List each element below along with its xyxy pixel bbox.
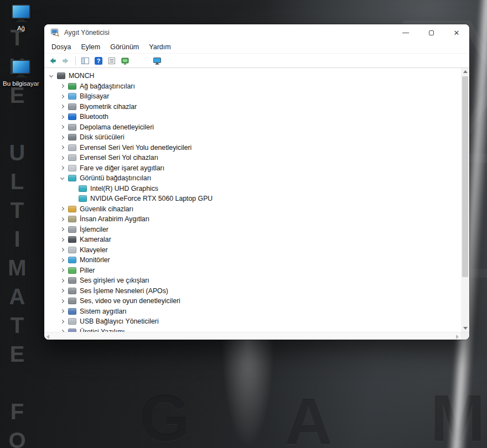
audio-apo-icon bbox=[68, 288, 76, 294]
chevron-down-icon[interactable] bbox=[46, 71, 56, 81]
tree-item-fare-ve-di-er-i-aret-ayg-tlar[interactable]: Fare ve diğer işaret aygıtları bbox=[44, 163, 461, 174]
scroll-down-icon[interactable] bbox=[463, 327, 468, 330]
chevron-down-icon[interactable] bbox=[58, 174, 67, 183]
tree-item-biyometrik-cihazlar[interactable]: Biyometrik cihazlar bbox=[44, 102, 461, 112]
chevron-right-icon[interactable] bbox=[58, 327, 67, 332]
show-console-tree-button[interactable] bbox=[80, 56, 90, 66]
tree-item-ses-video-ve-oyun-denetleyicileri[interactable]: Ses, video ve oyun denetleyicileri bbox=[44, 296, 461, 306]
chevron-right-icon[interactable] bbox=[58, 235, 67, 244]
export-list-button[interactable] bbox=[107, 56, 117, 66]
menu-yard-m[interactable]: Yardım bbox=[144, 41, 175, 53]
tree-item-i-lemciler[interactable]: İşlemciler bbox=[44, 225, 461, 235]
menu-dosya[interactable]: Dosya bbox=[46, 41, 76, 53]
menu-eylem[interactable]: Eylem bbox=[76, 41, 105, 53]
scrollbar-thumb[interactable] bbox=[462, 76, 468, 277]
processor-icon bbox=[68, 226, 76, 233]
chevron-right-icon[interactable] bbox=[58, 163, 67, 173]
storage-controller-icon bbox=[68, 124, 76, 131]
menu-bar: DosyaEylemGörünümYardım bbox=[44, 41, 469, 54]
close-button[interactable]: ✕ bbox=[444, 24, 469, 41]
computer-icon bbox=[68, 93, 76, 100]
camera-icon bbox=[68, 236, 76, 243]
chevron-right-icon[interactable] bbox=[58, 102, 67, 111]
chevron-right-icon[interactable] bbox=[58, 153, 67, 163]
chevron-right-icon[interactable] bbox=[58, 306, 67, 316]
tree-item-label: Evrensel Seri Veri Yolu denetleyicileri bbox=[80, 144, 191, 152]
chevron-right-icon[interactable] bbox=[58, 122, 67, 132]
tree-item-kameralar[interactable]: Kameralar bbox=[44, 235, 461, 245]
toolbar-separator bbox=[75, 56, 76, 65]
tree-item-sistem-ayg-tlar[interactable]: Sistem aygıtları bbox=[44, 306, 461, 317]
desktop-icon-network[interactable]: Ağ bbox=[2, 4, 40, 32]
tree-item-g-venlik-cihazlar[interactable]: Güvenlik cihazları bbox=[44, 204, 461, 215]
tree-item-nvidia-geforce-rtx-5060-laptop-gpu[interactable]: NVIDIA GeForce RTX 5060 Laptop GPU bbox=[44, 194, 461, 204]
back-button[interactable] bbox=[48, 56, 58, 66]
wallpaper-center-streak bbox=[221, 338, 274, 448]
tree-item-label: Depolama denetleyicileri bbox=[80, 123, 154, 131]
scroll-right-icon[interactable] bbox=[456, 335, 459, 339]
tree-item-label: USB Bağlayıcı Yöneticileri bbox=[80, 317, 159, 325]
tree-item-bluetooth[interactable]: Bluetooth bbox=[44, 112, 461, 122]
device-manager-window: Aygıt Yöneticisi — ✕ DosyaEylemGörünümYa… bbox=[44, 24, 469, 340]
display-adapter-icon bbox=[68, 175, 76, 181]
tree-item-monch[interactable]: MONCH bbox=[44, 71, 461, 81]
tree-item-a-ba-da-t-r-c-lar[interactable]: Ağ bağdaştırıcıları bbox=[44, 81, 461, 92]
chevron-right-icon[interactable] bbox=[58, 245, 67, 254]
tree-item-usb-ba-lay-c-y-neticileri[interactable]: USB Bağlayıcı Yöneticileri bbox=[44, 316, 461, 327]
computer-view-button[interactable] bbox=[152, 56, 162, 66]
chevron-right-icon[interactable] bbox=[58, 296, 67, 306]
tree-item-label: Intel(R) UHD Graphics bbox=[90, 185, 158, 192]
horizontal-scrollbar[interactable] bbox=[44, 332, 461, 340]
svg-text:?: ? bbox=[97, 58, 101, 64]
chevron-right-icon[interactable] bbox=[58, 112, 67, 122]
chevron-right-icon[interactable] bbox=[58, 204, 67, 213]
maximize-button[interactable] bbox=[418, 24, 444, 41]
chevron-right-icon[interactable] bbox=[58, 286, 67, 295]
tree-item-piller[interactable]: Piller bbox=[44, 265, 461, 276]
tree-item-label: Sistem aygıtları bbox=[80, 308, 127, 315]
tree-item-label: İnsan Arabirim Aygıtları bbox=[80, 215, 149, 223]
tree-item-label: Bilgisayar bbox=[80, 92, 109, 100]
scroll-left-icon[interactable] bbox=[46, 335, 49, 339]
tree-item-ses-i-leme-nesneleri-apos[interactable]: Ses İşleme Nesneleri (APOs) bbox=[44, 286, 461, 296]
tree-item-disk-s-r-c-leri[interactable]: Disk sürücüleri bbox=[44, 132, 461, 143]
chevron-right-icon[interactable] bbox=[58, 225, 67, 234]
vertical-scrollbar[interactable] bbox=[461, 68, 469, 332]
tree-item-i-nsan-arabirim-ayg-tlar[interactable]: İnsan Arabirim Aygıtları bbox=[44, 214, 461, 225]
keyboard-icon bbox=[68, 247, 76, 253]
tree-item-evrensel-seri-veri-yolu-denetleyicileri[interactable]: Evrensel Seri Veri Yolu denetleyicileri bbox=[44, 143, 461, 153]
help-button[interactable]: ? bbox=[94, 56, 103, 66]
tree-item-retici-yaz-l-m[interactable]: Üretici Yazılımı bbox=[44, 327, 461, 332]
tree-item-intel-r-uhd-graphics[interactable]: Intel(R) UHD Graphics bbox=[44, 184, 461, 194]
biometric-device-icon bbox=[68, 103, 76, 110]
tree-item-depolama-denetleyicileri[interactable]: Depolama denetleyicileri bbox=[44, 122, 461, 133]
chevron-right-icon[interactable] bbox=[58, 143, 67, 152]
chevron-right-icon[interactable] bbox=[58, 133, 67, 142]
tree-item-label: Kameralar bbox=[80, 236, 111, 243]
tree-item-monit-rler[interactable]: Monitörler bbox=[44, 255, 461, 265]
chevron-right-icon[interactable] bbox=[58, 265, 67, 275]
chevron-right-icon[interactable] bbox=[58, 215, 67, 224]
chevron-right-icon[interactable] bbox=[58, 81, 67, 91]
chevron-right-icon[interactable] bbox=[58, 276, 67, 285]
menu-g-r-n-m[interactable]: Görünüm bbox=[105, 41, 144, 53]
chevron-right-icon[interactable] bbox=[58, 317, 67, 326]
this-pc-icon bbox=[1, 60, 42, 77]
forward-button[interactable] bbox=[61, 56, 71, 66]
tree-item-label: Görüntü bağdaştırıcıları bbox=[80, 174, 151, 182]
minimize-button[interactable]: — bbox=[393, 24, 418, 41]
tree-item-evrensel-seri-yol-cihazlar[interactable]: Evrensel Seri Yol cihazları bbox=[44, 153, 461, 163]
chevron-right-icon[interactable] bbox=[58, 92, 67, 101]
tree-item-g-r-nt-ba-da-t-r-c-lar[interactable]: Görüntü bağdaştırıcıları bbox=[44, 173, 461, 184]
scroll-up-icon[interactable] bbox=[463, 70, 468, 73]
chevron-right-icon[interactable] bbox=[58, 256, 67, 265]
tree-item-bilgisayar[interactable]: Bilgisayar bbox=[44, 91, 461, 102]
wallpaper-letter-g: G bbox=[139, 381, 190, 448]
scan-hardware-changes-button[interactable] bbox=[120, 56, 130, 66]
tree-item-label: Piller bbox=[80, 267, 95, 274]
desktop-icon-label: Bu bilgisayar bbox=[1, 80, 42, 87]
tree-item-ses-giri-leri-ve-k-lar[interactable]: Ses girişleri ve çıkışları bbox=[44, 275, 461, 286]
tree-item-klavyeler[interactable]: Klavyeler bbox=[44, 245, 461, 256]
desktop-icon-this-pc[interactable]: Bu bilgisayar bbox=[1, 60, 42, 87]
tree-item-label: Klavyeler bbox=[80, 246, 108, 254]
